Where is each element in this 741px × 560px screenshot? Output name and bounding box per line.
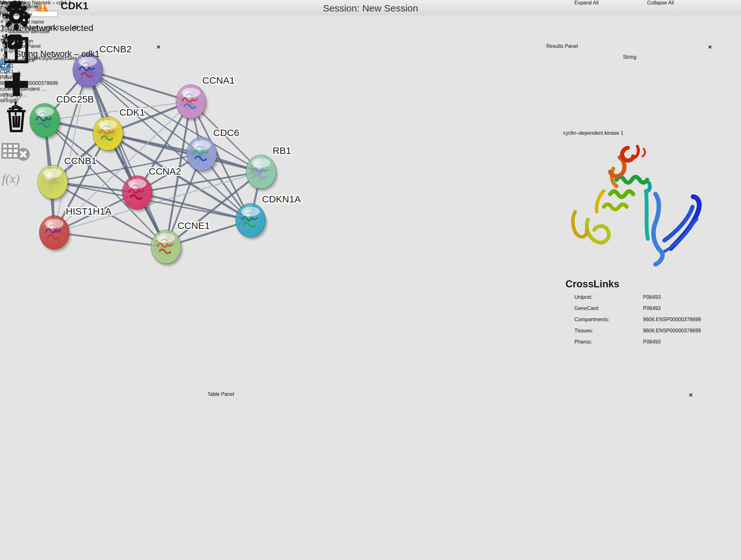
- memory-label: Memory: [0, 0, 18, 5]
- crosslink-value[interactable]: P06493: [643, 306, 661, 311]
- crosslink-row: Uniprot: P06493: [575, 294, 734, 300]
- tab-network-table[interactable]: Network Table: [0, 11, 32, 17]
- table-cell[interactable]: stringdb: [0, 98, 56, 104]
- crosslink-label: GeneCard:: [575, 306, 643, 311]
- column-header-@id[interactable]: @id: [0, 44, 62, 54]
- memory-button[interactable]: Memory: [0, 0, 18, 6]
- column-header-description[interactable]: description: [0, 35, 83, 44]
- node-label-CCNB2: CCNB2: [99, 44, 132, 54]
- crosslink-label: Uniprot:: [575, 294, 643, 300]
- table-cell[interactable]: CDK1: [0, 63, 86, 69]
- expand-all-button[interactable]: Expand All: [575, 0, 636, 6]
- node-CDC6[interactable]: CDC6: [187, 127, 239, 173]
- crosslink-value[interactable]: P06493: [643, 294, 661, 300]
- node-CCNB1[interactable]: CCNB1: [38, 155, 97, 201]
- crosslinks-list: Uniprot: P06493GeneCard: P06493Compartme…: [575, 294, 734, 350]
- table-row[interactable]: CDK1CDK1P064939606.ENSP00000378699cyclin…: [0, 63, 102, 104]
- table-cell[interactable]: cyclin–dependent ...: [0, 86, 83, 92]
- tab-string[interactable]: String: [623, 54, 636, 60]
- function-builder-icon: f(x): [0, 183, 25, 188]
- edge-HIST1H1A-CCNE1[interactable]: [54, 233, 166, 247]
- node-RB1[interactable]: RB1: [246, 145, 291, 191]
- table-cell[interactable]: P06493: [0, 75, 102, 80]
- close-panel-icon[interactable]: ✕: [689, 392, 693, 398]
- node-label-HIST1H1A: HIST1H1A: [66, 206, 111, 216]
- delete-table-icon: [0, 164, 32, 169]
- svg-text:f(x): f(x): [2, 172, 20, 186]
- node-label-CCNA1: CCNA1: [202, 75, 235, 85]
- table-cell[interactable]: 9606.ENSP00000378699: [0, 80, 99, 86]
- table-cell[interactable]: CDK1: [0, 69, 45, 75]
- crosslink-row: Compartments: 9606.ENSP00000378699: [575, 317, 734, 322]
- table-cell[interactable]: stringdb:9...: [0, 92, 62, 98]
- crosslinks-title: CrossLinks: [565, 278, 619, 290]
- node-CDKN1A[interactable]: CDKN1A: [235, 194, 301, 240]
- node-label-RB1: RB1: [273, 145, 291, 156]
- crosslink-label: Pharos:: [575, 339, 643, 345]
- node-label-CCNB1: CCNB1: [64, 155, 97, 166]
- results-panel-header-icons: ✕: [708, 44, 712, 50]
- column-header-database-identifier[interactable]: database identifier: [0, 25, 99, 35]
- crosslink-label: Compartments:: [575, 317, 643, 322]
- node-label-CDKN1A: CDKN1A: [262, 194, 301, 204]
- close-panel-icon[interactable]: ✕: [708, 44, 712, 50]
- node-CCNE1[interactable]: CCNE1: [151, 220, 210, 266]
- crosslink-row: Tissues: 9606.ENSP00000378699: [575, 328, 734, 334]
- node-HIST1H1A[interactable]: HIST1H1A: [39, 206, 111, 252]
- protein-structure-image: [565, 143, 712, 277]
- table-panel-header: Table Panel ✕: [201, 389, 741, 406]
- warning-icon: [36, 0, 49, 12]
- node-label-CCNA2: CCNA2: [149, 166, 181, 177]
- gene-description: cyclin–dependent kinase 1: [563, 130, 623, 136]
- crosslink-label: Tissues:: [575, 328, 643, 334]
- crosslink-row: GeneCard: P06493: [575, 306, 734, 311]
- collapse-all-button[interactable]: Collapse All: [647, 0, 710, 6]
- results-panel-title: Results Panel: [546, 44, 578, 49]
- crosslink-value[interactable]: 9606.ENSP00000378699: [643, 317, 701, 322]
- crosslink-row: Pharos: P06493: [575, 339, 734, 345]
- table-panel-header-icons: ✕: [689, 392, 693, 398]
- delete-column-icon[interactable]: [0, 130, 32, 135]
- crosslink-value[interactable]: P06493: [643, 339, 661, 345]
- node-CCNA1[interactable]: CCNA1: [176, 75, 235, 121]
- node-label-CCNE1: CCNE1: [178, 220, 210, 231]
- warnings-button[interactable]: [36, 0, 49, 12]
- crosslink-value[interactable]: 9606.ENSP00000378699: [643, 328, 701, 334]
- node-label-CDK1: CDK1: [119, 107, 145, 118]
- column-header-namespace[interactable]: namespace: [0, 54, 56, 63]
- node-label-CDC6: CDC6: [213, 127, 239, 138]
- table-panel-title: Table Panel: [207, 391, 234, 397]
